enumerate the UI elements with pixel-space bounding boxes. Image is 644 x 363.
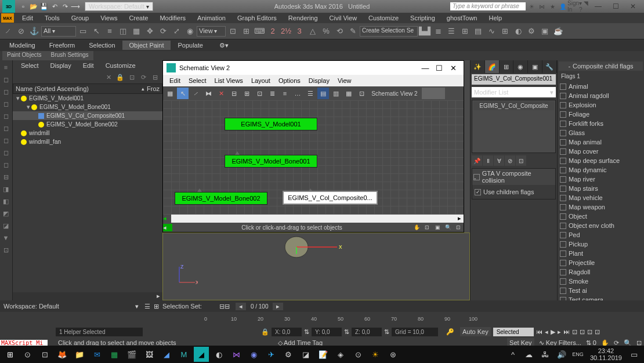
align-icon[interactable]: ≣ xyxy=(432,25,444,38)
star2-icon[interactable]: ★ xyxy=(548,2,557,11)
place-icon[interactable]: ◉ xyxy=(183,25,196,38)
tb-b-icon[interactable]: ⊟ xyxy=(225,303,230,310)
flag-map-vehicle[interactable]: Map vehicle xyxy=(560,193,642,202)
rollout-header[interactable]: -GTA V composite collision xyxy=(472,169,555,185)
se-a-icon[interactable]: ⊡ xyxy=(126,72,137,82)
sv-maximize-button[interactable]: ☐ xyxy=(432,64,446,72)
new-icon[interactable]: ▫ xyxy=(19,2,28,11)
twisty-icon[interactable]: ▾ xyxy=(26,103,31,111)
tool-g-icon[interactable]: ◻ xyxy=(0,147,12,158)
sv-tb-arrow-icon[interactable]: ↖ xyxy=(177,88,189,99)
menu-rendering[interactable]: Rendering xyxy=(283,14,324,22)
snap-2.5d-icon[interactable]: 2½ xyxy=(280,25,292,38)
tray-notif-icon[interactable]: ▭ xyxy=(627,347,642,362)
node-bone1[interactable]: EGIMS_V_Model_Bone001 xyxy=(225,155,317,168)
tray-cloud-icon[interactable]: ☁ xyxy=(522,347,537,362)
task-ue-icon[interactable]: ⊙ xyxy=(350,347,366,362)
stack-unique-icon[interactable]: ∀ xyxy=(494,155,504,166)
coord-x[interactable]: X: 0,0 xyxy=(272,328,302,336)
link-icon[interactable]: ⟶ xyxy=(71,2,80,11)
frame-next-button[interactable]: ▸ xyxy=(273,303,283,310)
flag-plant[interactable]: Plant xyxy=(560,249,642,258)
select-name-icon[interactable]: ≡ xyxy=(103,25,116,38)
object-name-field[interactable]: EGIMS_V_Col_Composite001 xyxy=(472,74,556,85)
select-rect-icon[interactable]: ◫ xyxy=(117,25,129,38)
tool-l-icon[interactable]: ◩ xyxy=(0,208,12,219)
redo-icon[interactable]: ↷ xyxy=(60,2,70,11)
tray-net-icon[interactable]: 🖧 xyxy=(538,347,553,362)
tab-selection[interactable]: Selection xyxy=(82,41,122,50)
menu-create[interactable]: Create xyxy=(123,14,154,22)
tool-a-icon[interactable]: ◻ xyxy=(0,74,12,85)
sv-tb-h-icon[interactable]: ▤ xyxy=(317,88,329,99)
task-app3-icon[interactable]: ⊛ xyxy=(385,347,400,362)
task-app2-icon[interactable]: ◪ xyxy=(298,347,313,362)
star-icon[interactable]: ☀ xyxy=(527,2,536,11)
sv-options[interactable]: Options xyxy=(274,77,305,85)
cmd-motion-icon[interactable]: ◉ xyxy=(513,60,528,73)
window-cross-icon[interactable]: ▦ xyxy=(130,25,143,38)
sv-tb-b-icon[interactable]: ⊞ xyxy=(241,88,252,99)
sv-layout[interactable]: Layout xyxy=(247,77,274,85)
start-button[interactable]: ⊞ xyxy=(2,347,17,362)
select-link-icon[interactable]: ⟋ xyxy=(1,25,14,38)
tree-item[interactable]: EGIMS_V_Model_Bone002 xyxy=(46,121,118,128)
tool-k-icon[interactable]: ◧ xyxy=(0,195,12,207)
workspace-dropdown[interactable]: Workspace: Default ▾ xyxy=(85,2,153,11)
material-icon[interactable]: ◐ xyxy=(512,25,524,38)
schematic-icon[interactable]: ⊞ xyxy=(498,25,511,38)
sv-view[interactable]: View xyxy=(334,77,356,85)
spinner-snap-icon[interactable]: ⟲ xyxy=(333,25,346,38)
sv-tb-e-icon[interactable]: ≡ xyxy=(279,88,291,99)
lock-icon[interactable]: 🔒 xyxy=(261,328,269,336)
flag-foliage[interactable]: Foliage xyxy=(560,110,642,119)
stack-remove-icon[interactable]: ⊘ xyxy=(505,155,515,166)
use-children-checkbox[interactable]: ✓Use children flags xyxy=(475,187,553,197)
flag-animal[interactable]: Animal xyxy=(560,82,642,91)
sv-tb-link-icon[interactable]: ⟋ xyxy=(190,88,201,99)
menu-civilview[interactable]: Civil View xyxy=(324,14,363,22)
curve-editor-icon[interactable]: ∿ xyxy=(485,25,498,38)
task-game-icon[interactable]: ⚙ xyxy=(281,347,296,362)
autokey-button[interactable]: Auto Key xyxy=(460,327,491,336)
scene-tree[interactable]: ▾EGIMS_V_Model001 ▾EGIMS_V_Model_Bone001… xyxy=(13,94,162,292)
workspace-status[interactable]: Workspace: Default xyxy=(3,303,59,310)
tab-freeform[interactable]: Freeform xyxy=(42,41,82,50)
flag-map-stairs[interactable]: Map stairs xyxy=(560,184,642,193)
task-outlook-icon[interactable]: ✉ xyxy=(89,347,104,362)
tray-up-icon[interactable]: ^ xyxy=(505,347,520,362)
se-col-name[interactable]: Name (Sorted Ascending) xyxy=(16,85,89,92)
tool-i-icon[interactable]: ⊟ xyxy=(0,171,12,183)
select-arrow-icon[interactable]: ↖ xyxy=(90,25,103,38)
sv-tb-i-icon[interactable]: ▥ xyxy=(330,88,342,99)
sv-bookmark-input[interactable]: Schematic View 2 xyxy=(368,88,421,99)
nav-b-icon[interactable]: ⊡ xyxy=(580,328,585,336)
refcoord-dropdown[interactable]: View ▾ xyxy=(197,26,226,37)
e-named-sel-icon[interactable]: ✎ xyxy=(346,25,359,38)
tool-n-icon[interactable]: ⊡ xyxy=(0,244,12,256)
tool-f-icon[interactable]: ◻ xyxy=(0,135,12,146)
explorer-icon[interactable]: ⊞ xyxy=(154,303,159,310)
undo-icon[interactable]: ↶ xyxy=(50,2,59,11)
tree-item[interactable]: EGIMS_V_Model001 xyxy=(29,95,84,101)
flag-map-dynamic[interactable]: Map dynamic xyxy=(560,165,642,175)
flag-forklift-forks[interactable]: Forklift forks xyxy=(560,119,642,128)
scroll-right-icon[interactable]: ▸ xyxy=(154,292,162,300)
sv-tb-d-icon[interactable]: ≣ xyxy=(266,88,278,99)
keymode-dropdown[interactable]: Selected xyxy=(493,328,534,336)
tool-m-icon[interactable]: ◪ xyxy=(0,220,12,231)
cmd-hier-icon[interactable]: ⊞ xyxy=(500,60,514,73)
nav-d-icon[interactable]: ⊡ xyxy=(595,328,600,336)
sv-listviews[interactable]: List Views xyxy=(211,77,247,85)
flag-smoke[interactable]: Smoke xyxy=(560,277,642,286)
flag-map-cover[interactable]: Map cover xyxy=(560,147,642,156)
se-customize[interactable]: Customize xyxy=(100,61,142,70)
scene-explorer-icon[interactable]: ⊞ xyxy=(458,25,471,38)
menu-modifiers[interactable]: Modifiers xyxy=(154,14,191,22)
select-icon[interactable]: ▭ xyxy=(77,25,89,38)
tool-filter-icon[interactable]: ▼ xyxy=(0,232,12,244)
task-explorer-icon[interactable]: 📁 xyxy=(72,347,87,362)
sv-minimize-button[interactable]: — xyxy=(418,64,432,72)
flag-projectile[interactable]: Projectile xyxy=(560,258,642,267)
flag-animal-ragdoll[interactable]: Animal ragdoll xyxy=(560,91,642,100)
